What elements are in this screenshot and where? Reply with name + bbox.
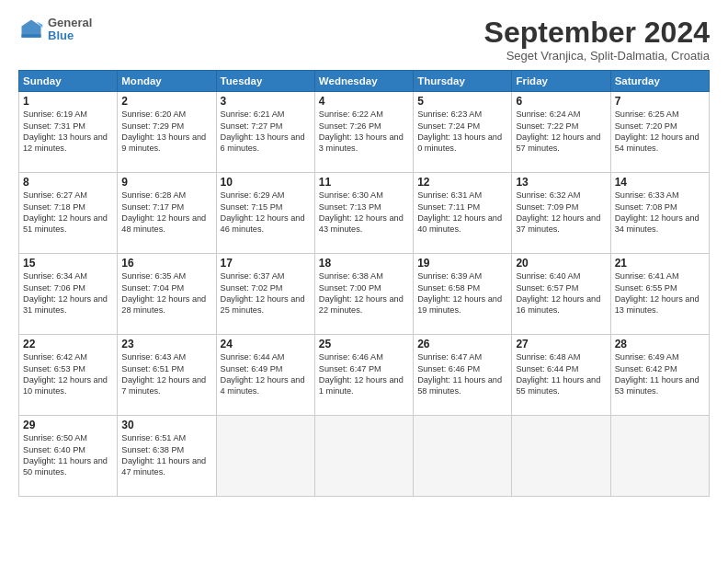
day-info: Sunrise: 6:46 AM Sunset: 6:47 PM Dayligh… xyxy=(319,351,409,397)
table-row: 29Sunrise: 6:50 AM Sunset: 6:40 PM Dayli… xyxy=(19,416,118,497)
day-info: Sunrise: 6:30 AM Sunset: 7:13 PM Dayligh… xyxy=(319,190,409,236)
table-row: 17Sunrise: 6:37 AM Sunset: 7:02 PM Dayli… xyxy=(216,254,314,335)
col-sunday: Sunday xyxy=(19,71,118,92)
table-row: 8Sunrise: 6:27 AM Sunset: 7:18 PM Daylig… xyxy=(19,173,118,254)
day-info: Sunrise: 6:28 AM Sunset: 7:17 PM Dayligh… xyxy=(121,190,211,236)
table-row: 27Sunrise: 6:48 AM Sunset: 6:44 PM Dayli… xyxy=(512,335,610,416)
calendar: Sunday Monday Tuesday Wednesday Thursday… xyxy=(18,70,710,497)
day-info: Sunrise: 6:51 AM Sunset: 6:38 PM Dayligh… xyxy=(121,432,211,478)
day-number: 28 xyxy=(615,338,705,350)
col-tuesday: Tuesday xyxy=(216,71,314,92)
table-row: 1Sunrise: 6:19 AM Sunset: 7:31 PM Daylig… xyxy=(19,92,118,173)
day-info: Sunrise: 6:35 AM Sunset: 7:04 PM Dayligh… xyxy=(121,270,211,316)
day-number: 18 xyxy=(319,257,409,270)
day-info: Sunrise: 6:20 AM Sunset: 7:29 PM Dayligh… xyxy=(121,109,211,155)
calendar-week-row: 1Sunrise: 6:19 AM Sunset: 7:31 PM Daylig… xyxy=(19,92,710,173)
table-row: 23Sunrise: 6:43 AM Sunset: 6:51 PM Dayli… xyxy=(118,335,216,416)
calendar-week-row: 22Sunrise: 6:42 AM Sunset: 6:53 PM Dayli… xyxy=(19,335,710,416)
day-number: 22 xyxy=(23,338,113,350)
day-number: 21 xyxy=(615,257,705,270)
logo-text: General Blue xyxy=(48,17,92,43)
table-row xyxy=(610,416,709,497)
day-number: 27 xyxy=(516,338,606,350)
day-number: 25 xyxy=(319,338,409,350)
table-row: 25Sunrise: 6:46 AM Sunset: 6:47 PM Dayli… xyxy=(314,335,413,416)
table-row: 3Sunrise: 6:21 AM Sunset: 7:27 PM Daylig… xyxy=(216,92,314,173)
table-row xyxy=(216,416,314,497)
table-row: 7Sunrise: 6:25 AM Sunset: 7:20 PM Daylig… xyxy=(610,92,709,173)
day-number: 16 xyxy=(121,257,211,270)
day-info: Sunrise: 6:23 AM Sunset: 7:24 PM Dayligh… xyxy=(417,109,507,155)
calendar-week-row: 29Sunrise: 6:50 AM Sunset: 6:40 PM Dayli… xyxy=(19,416,710,497)
table-row: 6Sunrise: 6:24 AM Sunset: 7:22 PM Daylig… xyxy=(512,92,610,173)
day-info: Sunrise: 6:50 AM Sunset: 6:40 PM Dayligh… xyxy=(23,432,113,478)
table-row: 10Sunrise: 6:29 AM Sunset: 7:15 PM Dayli… xyxy=(216,173,314,254)
day-info: Sunrise: 6:38 AM Sunset: 7:00 PM Dayligh… xyxy=(319,270,409,316)
day-number: 8 xyxy=(23,176,113,189)
day-number: 19 xyxy=(417,257,507,270)
day-info: Sunrise: 6:37 AM Sunset: 7:02 PM Dayligh… xyxy=(221,270,311,316)
day-number: 4 xyxy=(319,95,409,108)
day-info: Sunrise: 6:39 AM Sunset: 6:58 PM Dayligh… xyxy=(417,270,507,316)
col-friday: Friday xyxy=(512,71,610,92)
day-number: 26 xyxy=(417,338,507,350)
weekday-header-row: Sunday Monday Tuesday Wednesday Thursday… xyxy=(19,71,710,92)
day-info: Sunrise: 6:43 AM Sunset: 6:51 PM Dayligh… xyxy=(121,351,211,397)
table-row: 5Sunrise: 6:23 AM Sunset: 7:24 PM Daylig… xyxy=(414,92,512,173)
calendar-week-row: 15Sunrise: 6:34 AM Sunset: 7:06 PM Dayli… xyxy=(19,254,710,335)
day-info: Sunrise: 6:33 AM Sunset: 7:08 PM Dayligh… xyxy=(615,190,705,236)
day-number: 29 xyxy=(23,419,113,431)
logo-line2: Blue xyxy=(48,29,92,42)
day-number: 3 xyxy=(221,95,311,108)
day-info: Sunrise: 6:31 AM Sunset: 7:11 PM Dayligh… xyxy=(417,190,507,236)
day-info: Sunrise: 6:24 AM Sunset: 7:22 PM Dayligh… xyxy=(516,109,606,155)
table-row: 15Sunrise: 6:34 AM Sunset: 7:06 PM Dayli… xyxy=(19,254,118,335)
day-info: Sunrise: 6:22 AM Sunset: 7:26 PM Dayligh… xyxy=(319,109,409,155)
table-row: 16Sunrise: 6:35 AM Sunset: 7:04 PM Dayli… xyxy=(118,254,216,335)
location: Seget Vranjica, Split-Dalmatia, Croatia xyxy=(484,49,710,63)
table-row: 19Sunrise: 6:39 AM Sunset: 6:58 PM Dayli… xyxy=(414,254,512,335)
table-row xyxy=(512,416,610,497)
table-row: 12Sunrise: 6:31 AM Sunset: 7:11 PM Dayli… xyxy=(414,173,512,254)
day-number: 2 xyxy=(121,95,211,108)
day-info: Sunrise: 6:29 AM Sunset: 7:15 PM Dayligh… xyxy=(221,190,311,236)
day-number: 7 xyxy=(615,95,705,108)
table-row: 22Sunrise: 6:42 AM Sunset: 6:53 PM Dayli… xyxy=(19,335,118,416)
day-number: 30 xyxy=(121,419,211,431)
day-info: Sunrise: 6:47 AM Sunset: 6:46 PM Dayligh… xyxy=(417,351,507,397)
day-info: Sunrise: 6:21 AM Sunset: 7:27 PM Dayligh… xyxy=(221,109,311,155)
day-number: 10 xyxy=(221,176,311,189)
table-row: 18Sunrise: 6:38 AM Sunset: 7:00 PM Dayli… xyxy=(314,254,413,335)
day-number: 9 xyxy=(121,176,211,189)
svg-rect-2 xyxy=(22,35,41,39)
day-info: Sunrise: 6:49 AM Sunset: 6:42 PM Dayligh… xyxy=(615,351,705,397)
calendar-week-row: 8Sunrise: 6:27 AM Sunset: 7:18 PM Daylig… xyxy=(19,173,710,254)
day-number: 5 xyxy=(417,95,507,108)
col-thursday: Thursday xyxy=(414,71,512,92)
day-number: 20 xyxy=(516,257,606,270)
day-info: Sunrise: 6:25 AM Sunset: 7:20 PM Dayligh… xyxy=(615,109,705,155)
table-row: 2Sunrise: 6:20 AM Sunset: 7:29 PM Daylig… xyxy=(118,92,216,173)
table-row: 24Sunrise: 6:44 AM Sunset: 6:49 PM Dayli… xyxy=(216,335,314,416)
day-info: Sunrise: 6:19 AM Sunset: 7:31 PM Dayligh… xyxy=(23,109,113,155)
table-row: 20Sunrise: 6:40 AM Sunset: 6:57 PM Dayli… xyxy=(512,254,610,335)
day-number: 23 xyxy=(121,338,211,350)
day-number: 1 xyxy=(23,95,113,108)
logo-line1: General xyxy=(48,17,92,29)
table-row: 9Sunrise: 6:28 AM Sunset: 7:17 PM Daylig… xyxy=(118,173,216,254)
col-saturday: Saturday xyxy=(610,71,709,92)
page: General Blue September 2024 Seget Vranji… xyxy=(0,0,728,563)
day-info: Sunrise: 6:42 AM Sunset: 6:53 PM Dayligh… xyxy=(23,351,113,397)
day-number: 12 xyxy=(417,176,507,189)
day-info: Sunrise: 6:40 AM Sunset: 6:57 PM Dayligh… xyxy=(516,270,606,316)
day-number: 11 xyxy=(319,176,409,189)
table-row xyxy=(314,416,413,497)
table-row: 30Sunrise: 6:51 AM Sunset: 6:38 PM Dayli… xyxy=(118,416,216,497)
table-row: 21Sunrise: 6:41 AM Sunset: 6:55 PM Dayli… xyxy=(610,254,709,335)
col-monday: Monday xyxy=(118,71,216,92)
table-row: 26Sunrise: 6:47 AM Sunset: 6:46 PM Dayli… xyxy=(414,335,512,416)
table-row: 4Sunrise: 6:22 AM Sunset: 7:26 PM Daylig… xyxy=(314,92,413,173)
day-info: Sunrise: 6:41 AM Sunset: 6:55 PM Dayligh… xyxy=(615,270,705,316)
logo-icon xyxy=(18,17,44,42)
day-info: Sunrise: 6:48 AM Sunset: 6:44 PM Dayligh… xyxy=(516,351,606,397)
